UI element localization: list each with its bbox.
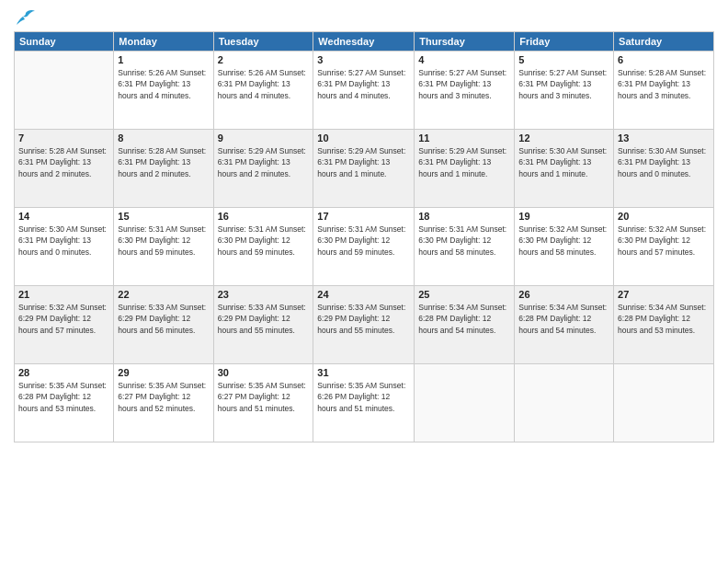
day-info: Sunrise: 5:30 AM Sunset: 6:31 PM Dayligh… — [18, 224, 109, 258]
day-number: 15 — [118, 211, 209, 222]
day-info: Sunrise: 5:32 AM Sunset: 6:30 PM Dayligh… — [518, 224, 609, 258]
calendar-cell: 21Sunrise: 5:32 AM Sunset: 6:29 PM Dayli… — [15, 286, 114, 364]
calendar-cell: 12Sunrise: 5:30 AM Sunset: 6:31 PM Dayli… — [515, 130, 614, 208]
calendar-cell: 26Sunrise: 5:34 AM Sunset: 6:28 PM Dayli… — [515, 286, 614, 364]
calendar-header-row: SundayMondayTuesdayWednesdayThursdayFrid… — [15, 32, 714, 52]
day-info: Sunrise: 5:29 AM Sunset: 6:31 PM Dayligh… — [218, 145, 310, 179]
calendar-cell: 18Sunrise: 5:31 AM Sunset: 6:30 PM Dayli… — [415, 208, 515, 286]
calendar-cell: 9Sunrise: 5:29 AM Sunset: 6:31 PM Daylig… — [213, 130, 313, 208]
day-number: 29 — [118, 367, 209, 378]
calendar-cell: 7Sunrise: 5:28 AM Sunset: 6:31 PM Daylig… — [15, 130, 114, 208]
day-number: 28 — [18, 367, 109, 378]
calendar-cell: 24Sunrise: 5:33 AM Sunset: 6:29 PM Dayli… — [313, 286, 415, 364]
day-number: 9 — [218, 132, 310, 144]
day-number: 18 — [418, 211, 510, 222]
day-info: Sunrise: 5:28 AM Sunset: 6:31 PM Dayligh… — [118, 145, 209, 179]
calendar-table: SundayMondayTuesdayWednesdayThursdayFrid… — [14, 31, 714, 442]
calendar-cell: 8Sunrise: 5:28 AM Sunset: 6:31 PM Daylig… — [114, 130, 213, 208]
day-info: Sunrise: 5:31 AM Sunset: 6:30 PM Dayligh… — [317, 224, 410, 258]
calendar-cell: 5Sunrise: 5:27 AM Sunset: 6:31 PM Daylig… — [515, 52, 614, 130]
day-number: 3 — [317, 54, 410, 65]
day-number: 25 — [418, 289, 510, 300]
day-number: 12 — [518, 132, 609, 144]
calendar-cell: 23Sunrise: 5:33 AM Sunset: 6:29 PM Dayli… — [213, 286, 313, 364]
day-info: Sunrise: 5:31 AM Sunset: 6:30 PM Dayligh… — [218, 224, 310, 258]
calendar-cell — [415, 364, 515, 442]
calendar-cell: 22Sunrise: 5:33 AM Sunset: 6:29 PM Dayli… — [114, 286, 213, 364]
day-info: Sunrise: 5:33 AM Sunset: 6:29 PM Dayligh… — [118, 302, 209, 336]
day-number: 30 — [218, 367, 310, 378]
calendar-cell: 15Sunrise: 5:31 AM Sunset: 6:30 PM Dayli… — [114, 208, 213, 286]
day-number: 5 — [518, 54, 609, 65]
day-info: Sunrise: 5:35 AM Sunset: 6:26 PM Dayligh… — [317, 380, 410, 414]
header — [14, 9, 714, 26]
day-number: 11 — [418, 132, 510, 144]
day-number: 6 — [618, 54, 710, 65]
calendar-day-header: Sunday — [15, 32, 114, 52]
logo — [14, 9, 36, 26]
calendar-day-header: Saturday — [614, 32, 714, 52]
day-info: Sunrise: 5:33 AM Sunset: 6:29 PM Dayligh… — [317, 302, 410, 336]
day-info: Sunrise: 5:30 AM Sunset: 6:31 PM Dayligh… — [618, 145, 710, 179]
calendar-week-row: 7Sunrise: 5:28 AM Sunset: 6:31 PM Daylig… — [15, 130, 714, 208]
day-info: Sunrise: 5:35 AM Sunset: 6:28 PM Dayligh… — [18, 380, 109, 414]
day-number: 24 — [317, 289, 410, 300]
day-info: Sunrise: 5:34 AM Sunset: 6:28 PM Dayligh… — [618, 302, 710, 336]
page: SundayMondayTuesdayWednesdayThursdayFrid… — [0, 0, 728, 563]
day-info: Sunrise: 5:31 AM Sunset: 6:30 PM Dayligh… — [118, 224, 209, 258]
day-number: 20 — [618, 211, 710, 222]
calendar-day-header: Wednesday — [313, 32, 415, 52]
calendar-cell: 25Sunrise: 5:34 AM Sunset: 6:28 PM Dayli… — [415, 286, 515, 364]
day-number: 13 — [618, 132, 710, 144]
day-info: Sunrise: 5:28 AM Sunset: 6:31 PM Dayligh… — [618, 67, 710, 101]
calendar-cell: 29Sunrise: 5:35 AM Sunset: 6:27 PM Dayli… — [114, 364, 213, 442]
calendar-day-header: Friday — [515, 32, 614, 52]
calendar-cell: 4Sunrise: 5:27 AM Sunset: 6:31 PM Daylig… — [415, 52, 515, 130]
calendar-cell — [515, 364, 614, 442]
calendar-week-row: 14Sunrise: 5:30 AM Sunset: 6:31 PM Dayli… — [15, 208, 714, 286]
calendar-week-row: 28Sunrise: 5:35 AM Sunset: 6:28 PM Dayli… — [15, 364, 714, 442]
calendar-cell: 30Sunrise: 5:35 AM Sunset: 6:27 PM Dayli… — [213, 364, 313, 442]
calendar-day-header: Thursday — [415, 32, 515, 52]
calendar-cell — [15, 52, 114, 130]
day-number: 14 — [18, 211, 109, 222]
day-number: 22 — [118, 289, 209, 300]
day-number: 19 — [518, 211, 609, 222]
calendar-cell: 19Sunrise: 5:32 AM Sunset: 6:30 PM Dayli… — [515, 208, 614, 286]
day-info: Sunrise: 5:31 AM Sunset: 6:30 PM Dayligh… — [418, 224, 510, 258]
calendar-day-header: Tuesday — [213, 32, 313, 52]
day-info: Sunrise: 5:34 AM Sunset: 6:28 PM Dayligh… — [518, 302, 609, 336]
calendar-cell: 10Sunrise: 5:29 AM Sunset: 6:31 PM Dayli… — [313, 130, 415, 208]
day-number: 17 — [317, 211, 410, 222]
calendar-cell: 17Sunrise: 5:31 AM Sunset: 6:30 PM Dayli… — [313, 208, 415, 286]
day-info: Sunrise: 5:35 AM Sunset: 6:27 PM Dayligh… — [218, 380, 310, 414]
calendar-cell: 14Sunrise: 5:30 AM Sunset: 6:31 PM Dayli… — [15, 208, 114, 286]
calendar-week-row: 21Sunrise: 5:32 AM Sunset: 6:29 PM Dayli… — [15, 286, 714, 364]
calendar-cell: 31Sunrise: 5:35 AM Sunset: 6:26 PM Dayli… — [313, 364, 415, 442]
calendar-day-header: Monday — [114, 32, 213, 52]
day-number: 27 — [618, 289, 710, 300]
day-info: Sunrise: 5:29 AM Sunset: 6:31 PM Dayligh… — [317, 145, 410, 179]
day-number: 26 — [518, 289, 609, 300]
day-number: 21 — [18, 289, 109, 300]
calendar-cell: 13Sunrise: 5:30 AM Sunset: 6:31 PM Dayli… — [614, 130, 714, 208]
calendar-cell: 11Sunrise: 5:29 AM Sunset: 6:31 PM Dayli… — [415, 130, 515, 208]
calendar-cell: 28Sunrise: 5:35 AM Sunset: 6:28 PM Dayli… — [15, 364, 114, 442]
calendar-cell: 6Sunrise: 5:28 AM Sunset: 6:31 PM Daylig… — [614, 52, 714, 130]
day-info: Sunrise: 5:34 AM Sunset: 6:28 PM Dayligh… — [418, 302, 510, 336]
day-info: Sunrise: 5:26 AM Sunset: 6:31 PM Dayligh… — [118, 67, 209, 101]
day-info: Sunrise: 5:27 AM Sunset: 6:31 PM Dayligh… — [518, 67, 609, 101]
day-info: Sunrise: 5:30 AM Sunset: 6:31 PM Dayligh… — [518, 145, 609, 179]
day-number: 16 — [218, 211, 310, 222]
day-info: Sunrise: 5:35 AM Sunset: 6:27 PM Dayligh… — [118, 380, 209, 414]
day-info: Sunrise: 5:33 AM Sunset: 6:29 PM Dayligh… — [218, 302, 310, 336]
day-number: 31 — [317, 367, 410, 378]
day-number: 7 — [18, 132, 109, 144]
day-number: 10 — [317, 132, 410, 144]
calendar-cell: 16Sunrise: 5:31 AM Sunset: 6:30 PM Dayli… — [213, 208, 313, 286]
day-info: Sunrise: 5:28 AM Sunset: 6:31 PM Dayligh… — [18, 145, 109, 179]
day-info: Sunrise: 5:29 AM Sunset: 6:31 PM Dayligh… — [418, 145, 510, 179]
day-info: Sunrise: 5:26 AM Sunset: 6:31 PM Dayligh… — [218, 67, 310, 101]
day-number: 2 — [218, 54, 310, 65]
day-number: 4 — [418, 54, 510, 65]
